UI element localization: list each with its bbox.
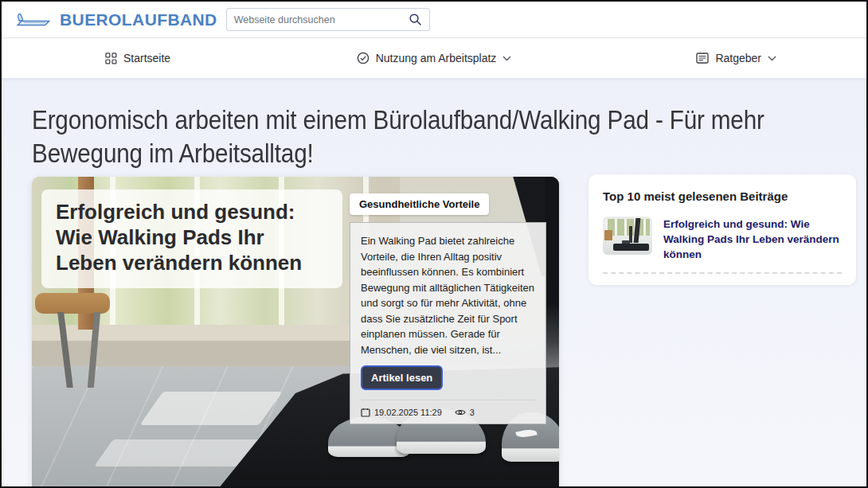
page-title: Ergonomisch arbeiten mit einem Bürolaufb… <box>32 103 842 170</box>
views-count: 3 <box>470 408 475 417</box>
top-posts-title: Top 10 meist gelesenen Beiträge <box>603 189 842 203</box>
chevron-down-icon <box>502 56 511 61</box>
dashed-divider <box>603 272 842 274</box>
site-search <box>226 8 430 31</box>
read-article-button[interactable]: Artikel lesen <box>361 365 443 390</box>
check-circle-icon <box>357 52 369 64</box>
chevron-down-icon <box>768 56 776 61</box>
article-title: Erfolgreich und gesund: Wie Walking Pads… <box>56 200 328 276</box>
publish-date-item: 19.02.2025 11:29 <box>361 408 442 417</box>
nav-item-nutzung-am-arbeitsplatz[interactable]: Nutzung am Arbeitsplatz <box>357 52 512 64</box>
header: BUEROLAUFBAND <box>2 2 866 38</box>
article-title-link[interactable]: Erfolgreich und gesund: Wie Walking Pads… <box>41 189 342 288</box>
calendar-icon <box>361 408 370 417</box>
browser-viewport: BUEROLAUFBAND Startseite <box>0 0 868 488</box>
nav-item-ratgeber[interactable]: Ratgeber <box>696 52 776 64</box>
article-excerpt: Ein Walking Pad bietet zahlreiche Vortei… <box>361 233 535 357</box>
top-posts-widget: Top 10 meist gelesenen Beiträge Erfolgre… <box>588 174 856 285</box>
main-nav: Startseite Nutzung am Arbeitsplatz <box>2 38 866 78</box>
article-icon <box>696 53 709 64</box>
article-excerpt-panel: Ein Walking Pad bietet zahlreiche Vortei… <box>350 222 546 424</box>
eye-icon <box>455 408 466 416</box>
magnifier-icon[interactable] <box>409 13 422 26</box>
top-post-link[interactable]: Erfolgreich und gesund: Wie Walking Pads… <box>663 217 842 262</box>
featured-article-card: Erfolgreich und gesund: Wie Walking Pads… <box>32 177 559 488</box>
nav-label: Ratgeber <box>715 52 761 64</box>
category-badge: Gesundheitliche Vorteile <box>350 193 489 215</box>
top-post-item[interactable]: Erfolgreich und gesund: Wie Walking Pads… <box>603 217 842 262</box>
site-logo[interactable]: BUEROLAUFBAND <box>16 10 217 29</box>
nav-label: Startseite <box>123 52 170 64</box>
views-item: 3 <box>455 408 475 417</box>
grid-icon <box>105 53 117 64</box>
publish-date: 19.02.2025 11:29 <box>374 408 442 417</box>
search-input[interactable] <box>234 14 409 25</box>
nav-label: Nutzung am Arbeitsplatz <box>376 52 497 64</box>
site-logo-text: BUEROLAUFBAND <box>60 10 217 29</box>
article-meta: 19.02.2025 11:29 3 <box>361 400 535 417</box>
nav-item-startseite[interactable]: Startseite <box>105 52 170 64</box>
top-post-thumbnail <box>603 217 652 255</box>
treadmill-icon <box>16 10 53 29</box>
